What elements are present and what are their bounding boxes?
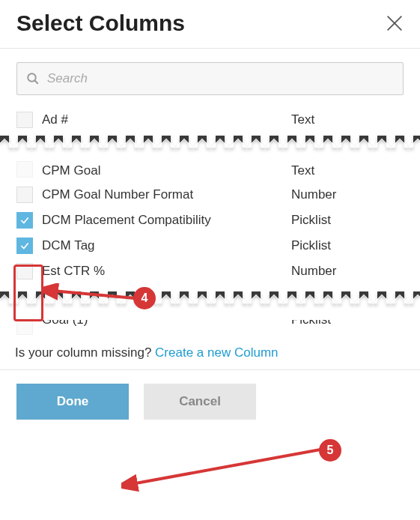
footer-prompt-text: Is your column missing? [15,345,155,360]
column-row-partial: Goal (1) Picklist [0,314,420,339]
content-break-bottom [0,291,420,303]
column-list-section-2: CPM Goal Text CPM Goal Number Format Num… [0,157,420,284]
close-button[interactable] [384,13,405,34]
search-input[interactable] [46,70,394,87]
row-label: DCM Placement Compatibility [42,213,291,228]
done-button[interactable]: Done [16,384,129,420]
svg-line-5 [132,450,320,484]
dialog-footer: Done Cancel [0,370,420,433]
row-checkbox[interactable] [16,212,33,229]
row-label: Goal (1) [42,320,291,333]
select-columns-dialog: Select Columns Ad # Text [0,0,420,433]
row-label: Est CTR % [42,264,291,279]
column-row[interactable]: Est CTR % Number [0,259,420,284]
row-checkbox[interactable] [16,238,33,254]
row-type: Number [291,187,404,202]
dialog-title: Select Columns [16,10,185,36]
create-column-link[interactable]: Create a new Column [155,345,278,360]
svg-point-2 [28,73,36,82]
row-type: Number [291,264,404,279]
row-checkbox[interactable] [16,112,33,128]
column-row[interactable]: DCM Tag Picklist [0,233,420,259]
row-type: Text [291,162,404,177]
callout-number: 4 [141,291,148,305]
column-row[interactable]: Ad # Text [0,107,420,133]
row-label: CPM Goal Number Format [42,187,291,202]
search-icon [26,72,40,85]
row-label: DCM Tag [42,238,291,253]
annotation-callout-4: 4 [133,287,156,309]
search-container [0,49,420,103]
column-list-section-1: Ad # Text [0,107,420,133]
column-list-section-3: Goal (1) Picklist [0,314,420,339]
content-break-top [0,136,420,148]
cancel-button[interactable]: Cancel [144,384,256,420]
row-type: Picklist [291,238,404,253]
row-label: CPM Goal [42,162,291,177]
row-type: Text [291,112,404,127]
footer-prompt: Is your column missing? Create a new Col… [0,339,420,370]
row-type: Picklist [291,213,404,228]
column-row-partial: CPM Goal Text [0,157,420,182]
row-checkbox[interactable] [16,187,33,203]
row-checkbox[interactable] [16,263,33,279]
row-checkbox[interactable] [16,318,33,335]
annotation-arrow-5 [121,442,331,493]
annotation-callout-5: 5 [319,439,341,462]
row-checkbox[interactable] [16,161,33,178]
search-box[interactable] [16,62,404,95]
callout-number: 5 [327,444,334,457]
column-row[interactable]: CPM Goal Number Format Number [0,182,420,208]
dialog-header: Select Columns [0,0,420,49]
close-icon [384,13,405,34]
row-type: Picklist [291,320,404,333]
svg-line-3 [34,80,38,84]
row-label: Ad # [42,112,291,127]
column-row[interactable]: DCM Placement Compatibility Picklist [0,208,420,233]
